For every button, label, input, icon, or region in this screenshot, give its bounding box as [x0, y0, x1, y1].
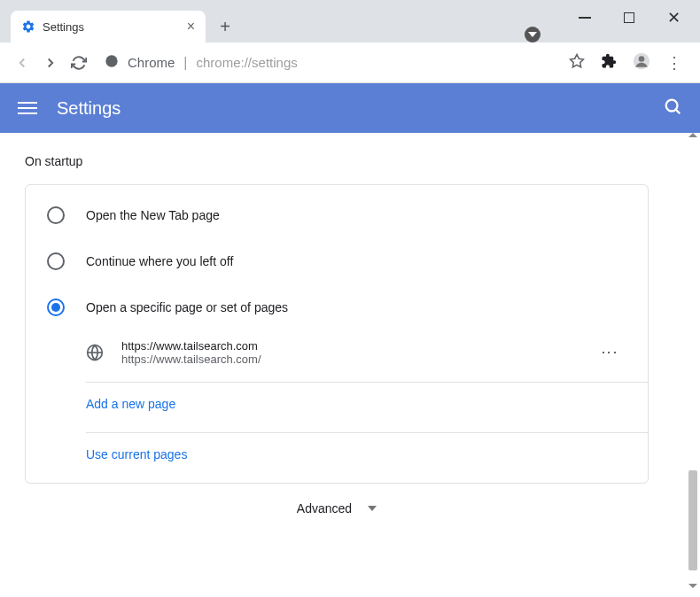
url-path: chrome://settings: [197, 55, 298, 70]
page-title: Settings: [57, 98, 663, 119]
svg-marker-1: [571, 54, 584, 66]
url-origin: Chrome: [128, 55, 175, 70]
scroll-thumb[interactable]: [688, 470, 697, 570]
svg-line-5: [676, 110, 680, 113]
window-maximize-button[interactable]: [620, 9, 638, 27]
advanced-toggle[interactable]: Advanced: [25, 484, 649, 533]
startup-page-entry: https://www.tailsearch.com https://www.t…: [86, 330, 648, 375]
gear-icon: [21, 19, 35, 34]
radio-icon: [47, 298, 65, 316]
nav-reload-button[interactable]: [71, 55, 87, 71]
svg-point-0: [105, 55, 117, 66]
omnibox[interactable]: Chrome | chrome://settings: [99, 54, 556, 72]
globe-icon: [86, 344, 104, 361]
startup-page-url: https://www.tailsearch.com/: [121, 353, 593, 366]
bookmark-star-icon[interactable]: [569, 53, 585, 73]
scrollbar[interactable]: [686, 133, 700, 597]
use-current-pages-link[interactable]: Use current pages: [26, 433, 648, 476]
settings-header: Settings: [0, 83, 700, 133]
tab-close-icon[interactable]: ×: [187, 19, 195, 35]
section-title-startup: On startup: [25, 154, 649, 168]
scroll-down-arrow-icon[interactable]: [688, 584, 697, 588]
radio-label: Open the New Tab page: [86, 208, 220, 222]
url-divider: |: [183, 55, 187, 71]
profile-icon[interactable]: [633, 52, 650, 74]
radio-label: Open a specific page or set of pages: [86, 300, 288, 314]
help-dropdown-icon[interactable]: [525, 27, 541, 43]
search-icon[interactable]: [663, 97, 682, 120]
window-close-button[interactable]: ✕: [665, 9, 682, 27]
svg-point-4: [666, 100, 678, 112]
svg-point-3: [639, 56, 645, 62]
add-page-link[interactable]: Add a new page: [26, 383, 648, 425]
new-tab-button[interactable]: +: [213, 14, 237, 39]
lock-icon: [105, 54, 119, 72]
scroll-up-arrow-icon[interactable]: [688, 133, 697, 137]
extensions-icon[interactable]: [601, 53, 617, 73]
nav-back-button[interactable]: [14, 55, 30, 71]
radio-option-specific-page[interactable]: Open a specific page or set of pages: [26, 284, 648, 330]
window-minimize-button[interactable]: [576, 9, 594, 27]
radio-icon: [47, 252, 65, 270]
radio-label: Continue where you left off: [86, 254, 233, 268]
tab-title: Settings: [43, 20, 187, 34]
radio-option-continue[interactable]: Continue where you left off: [26, 238, 648, 284]
advanced-label: Advanced: [297, 501, 352, 516]
radio-icon: [47, 206, 65, 224]
nav-forward-button[interactable]: [43, 55, 58, 71]
startup-page-name: https://www.tailsearch.com: [121, 339, 593, 353]
address-bar: Chrome | chrome://settings ⋮: [0, 43, 700, 83]
startup-options-card: Open the New Tab page Continue where you…: [25, 184, 649, 484]
radio-option-new-tab[interactable]: Open the New Tab page: [26, 192, 648, 238]
browser-tab-settings[interactable]: Settings ×: [11, 11, 206, 43]
browser-menu-icon[interactable]: ⋮: [666, 53, 682, 73]
menu-hamburger-icon[interactable]: [18, 98, 37, 118]
chevron-down-icon: [368, 506, 377, 511]
page-more-menu-icon[interactable]: ⋮: [593, 345, 626, 361]
